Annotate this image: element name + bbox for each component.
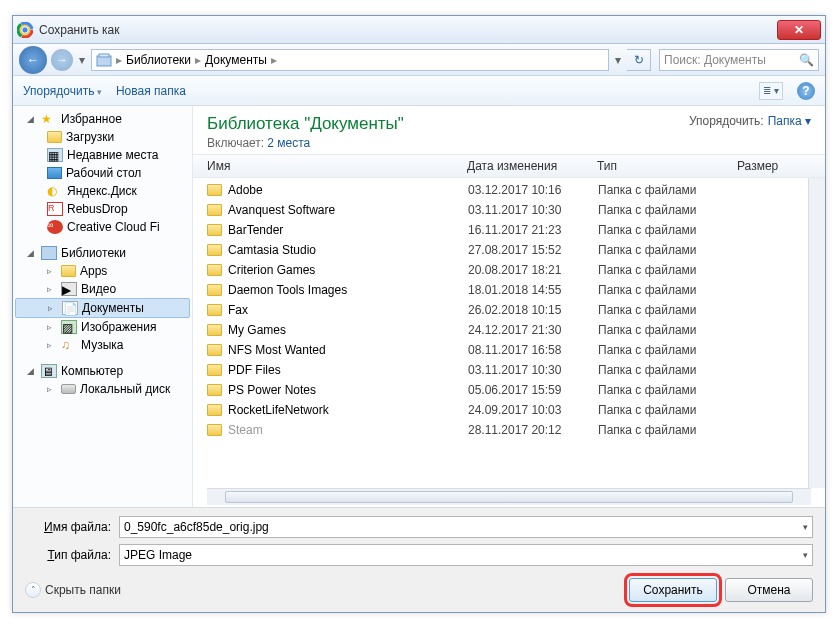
drive-icon	[61, 384, 76, 394]
chevron-right-icon: ▸	[116, 53, 122, 67]
file-type: Папка с файлами	[598, 343, 738, 357]
sidebar-favorites[interactable]: ◢★Избранное	[13, 110, 192, 128]
column-date[interactable]: Дата изменения	[467, 159, 597, 173]
file-name: PDF Files	[228, 363, 468, 377]
pictures-icon: ▨	[61, 320, 77, 334]
column-size[interactable]: Размер	[737, 159, 811, 173]
breadcrumb-item[interactable]: Библиотеки	[126, 53, 191, 67]
titlebar[interactable]: Сохранить как ✕	[13, 16, 825, 44]
table-row[interactable]: Criterion Games20.08.2017 18:21Папка с ф…	[207, 260, 808, 280]
sidebar-item-recent[interactable]: ▦Недавние места	[13, 146, 192, 164]
sidebar-item-apps[interactable]: ▹Apps	[13, 262, 192, 280]
folder-icon	[207, 344, 222, 356]
nav-back-button[interactable]: ←	[19, 46, 47, 74]
sidebar-item-documents[interactable]: ▹📄Документы	[15, 298, 190, 318]
form-area: Имя файла: 0_590fc_a6cf85de_orig.jpg▾ Ти…	[13, 507, 825, 612]
view-options-button[interactable]: ≣ ▾	[759, 82, 783, 100]
filetype-input[interactable]: JPEG Image▾	[119, 544, 813, 566]
table-row[interactable]: Adobe03.12.2017 10:16Папка с файлами	[207, 180, 808, 200]
toolbar: Упорядочить Новая папка ≣ ▾ ?	[13, 76, 825, 106]
folder-icon	[207, 324, 222, 336]
file-date: 03.12.2017 10:16	[468, 183, 598, 197]
svg-rect-7	[99, 54, 109, 57]
close-button[interactable]: ✕	[777, 20, 821, 40]
table-row[interactable]: BarTender16.11.2017 21:23Папка с файлами	[207, 220, 808, 240]
column-name[interactable]: Имя	[207, 159, 467, 173]
filetype-label: Тип файла:	[25, 548, 111, 562]
table-row[interactable]: My Games24.12.2017 21:30Папка с файлами	[207, 320, 808, 340]
table-row[interactable]: Steam28.11.2017 20:12Папка с файлами	[207, 420, 808, 440]
hide-folders-toggle[interactable]: ˄Скрыть папки	[25, 582, 121, 598]
folder-icon	[47, 131, 62, 143]
save-button[interactable]: Сохранить	[629, 578, 717, 602]
file-name: Avanquest Software	[228, 203, 468, 217]
includes-link[interactable]: 2 места	[267, 136, 310, 150]
documents-icon: 📄	[62, 301, 78, 315]
file-date: 20.08.2017 18:21	[468, 263, 598, 277]
file-date: 27.08.2017 15:52	[468, 243, 598, 257]
table-row[interactable]: Avanquest Software03.11.2017 10:30Папка …	[207, 200, 808, 220]
sidebar-item-desktop[interactable]: Рабочий стол	[13, 164, 192, 182]
file-type: Папка с файлами	[598, 403, 738, 417]
file-type: Папка с файлами	[598, 243, 738, 257]
table-row[interactable]: Camtasia Studio27.08.2017 15:52Папка с ф…	[207, 240, 808, 260]
filename-input[interactable]: 0_590fc_a6cf85de_orig.jpg▾	[119, 516, 813, 538]
sidebar-libraries[interactable]: ◢Библиотеки	[13, 244, 192, 262]
sidebar-item-cc[interactable]: ∞Creative Cloud Fi	[13, 218, 192, 236]
sidebar-item-images[interactable]: ▹▨Изображения	[13, 318, 192, 336]
nav-history-dropdown[interactable]: ▾	[77, 53, 87, 67]
refresh-button[interactable]: ↻	[627, 49, 651, 71]
table-row[interactable]: Daemon Tools Images18.01.2018 14:55Папка…	[207, 280, 808, 300]
sidebar-item-localdisk[interactable]: ▹Локальный диск	[13, 380, 192, 398]
nav-forward-button[interactable]: →	[51, 49, 73, 71]
caret-up-icon: ˄	[25, 582, 41, 598]
sidebar-item-videos[interactable]: ▹▶Видео	[13, 280, 192, 298]
file-type: Папка с файлами	[598, 203, 738, 217]
chevron-right-icon: ▸	[195, 53, 201, 67]
sidebar-item-music[interactable]: ▹♫Музыка	[13, 336, 192, 354]
breadcrumb-dropdown[interactable]: ▾	[613, 53, 623, 67]
chevron-down-icon[interactable]: ▾	[803, 550, 808, 560]
sort-dropdown[interactable]: Папка ▾	[768, 114, 811, 128]
sidebar-computer[interactable]: ◢🖥Компьютер	[13, 362, 192, 380]
file-name: BarTender	[228, 223, 468, 237]
cancel-button[interactable]: Отмена	[725, 578, 813, 602]
file-name: Steam	[228, 423, 468, 437]
search-input[interactable]: Поиск: Документы 🔍	[659, 49, 819, 71]
table-row[interactable]: PDF Files03.11.2017 10:30Папка с файлами	[207, 360, 808, 380]
table-row[interactable]: PS Power Notes05.06.2017 15:59Папка с фа…	[207, 380, 808, 400]
table-row[interactable]: Fax26.02.2018 10:15Папка с файлами	[207, 300, 808, 320]
folder-icon	[207, 364, 222, 376]
folder-icon	[207, 284, 222, 296]
recent-icon: ▦	[47, 148, 63, 162]
vertical-scrollbar[interactable]	[808, 178, 825, 488]
folder-icon	[207, 204, 222, 216]
sidebar-item-yadisk[interactable]: ◐Яндекс.Диск	[13, 182, 192, 200]
help-button[interactable]: ?	[797, 82, 815, 100]
video-icon: ▶	[61, 282, 77, 296]
folder-icon	[207, 404, 222, 416]
column-headers[interactable]: Имя Дата изменения Тип Размер	[193, 154, 825, 178]
new-folder-button[interactable]: Новая папка	[116, 84, 186, 98]
folder-icon	[61, 265, 76, 277]
desktop-icon	[47, 167, 62, 179]
folder-icon	[207, 224, 222, 236]
column-type[interactable]: Тип	[597, 159, 737, 173]
file-name: Camtasia Studio	[228, 243, 468, 257]
file-list[interactable]: Adobe03.12.2017 10:16Папка с файламиAvan…	[193, 178, 808, 488]
file-name: NFS Most Wanted	[228, 343, 468, 357]
sidebar-item-downloads[interactable]: Загрузки	[13, 128, 192, 146]
sidebar-item-rebus[interactable]: RRebusDrop	[13, 200, 192, 218]
file-type: Папка с файлами	[598, 283, 738, 297]
libraries-icon	[96, 53, 112, 67]
filename-label: Имя файла:	[25, 520, 111, 534]
chevron-down-icon[interactable]: ▾	[803, 522, 808, 532]
table-row[interactable]: RocketLifeNetwork24.09.2017 10:03Папка с…	[207, 400, 808, 420]
file-type: Папка с файлами	[598, 363, 738, 377]
breadcrumb[interactable]: ▸ Библиотеки ▸ Документы ▸	[91, 49, 609, 71]
breadcrumb-item[interactable]: Документы	[205, 53, 267, 67]
file-name: Fax	[228, 303, 468, 317]
table-row[interactable]: NFS Most Wanted08.11.2017 16:58Папка с ф…	[207, 340, 808, 360]
horizontal-scrollbar[interactable]	[207, 488, 811, 505]
organize-menu[interactable]: Упорядочить	[23, 84, 102, 98]
